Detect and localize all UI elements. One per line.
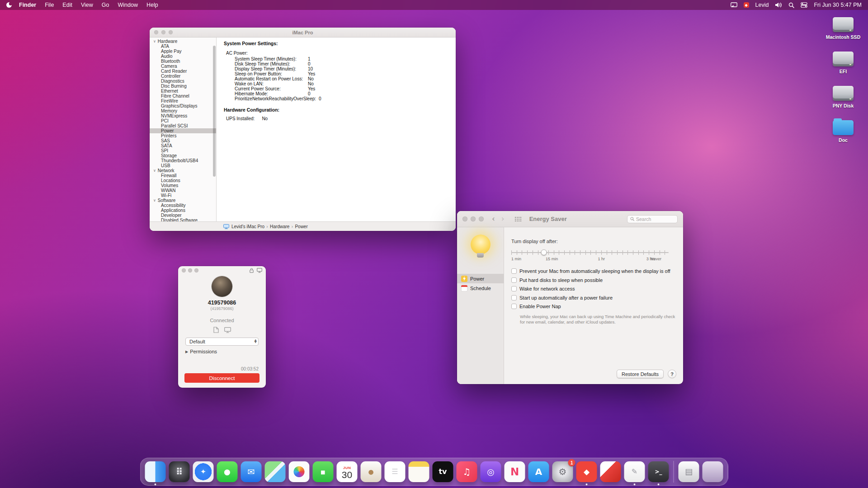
search-input[interactable] (636, 216, 672, 222)
screen-mirroring-icon[interactable] (731, 2, 737, 8)
sysinfo-item-card-reader[interactable]: Card Reader (150, 69, 216, 74)
menu-clock[interactable]: Fri Jun 30 5:47 PM (814, 2, 862, 8)
back-button[interactable]: ‹ (492, 215, 495, 223)
monitor-icon[interactable] (257, 268, 262, 273)
anydesk-status-icon[interactable]: ◆ (744, 2, 749, 8)
breadcrumb-device[interactable]: Levid's iMac Pro (231, 224, 264, 229)
sysinfo-item-apple-pay[interactable]: Apple Pay (150, 49, 216, 54)
dock-news[interactable]: N (505, 461, 525, 482)
dock-tv[interactable]: tv (433, 461, 453, 482)
sysinfo-section-network[interactable]: ∨Network (150, 168, 216, 173)
sysinfo-item-storage[interactable]: Storage (150, 153, 216, 158)
dock-anydesk[interactable]: ◆ (576, 461, 597, 482)
menu-item-file[interactable]: File (45, 2, 54, 8)
sysinfo-item-camera[interactable]: Camera (150, 64, 216, 69)
desktop-icon-doc[interactable]: Doc (823, 120, 863, 143)
checkbox[interactable] (511, 268, 517, 274)
sysinfo-section-software[interactable]: ∨Software (150, 198, 216, 203)
sysinfo-item-memory[interactable]: Memory (150, 108, 216, 113)
desktop-icon-efi[interactable]: EFI (823, 52, 863, 74)
dock-notes[interactable] (409, 461, 429, 482)
menu-user-name[interactable]: Levid (755, 2, 769, 8)
sysinfo-item-disc-burning[interactable]: Disc Burning (150, 84, 216, 89)
menu-item-finder[interactable]: Finder (19, 2, 36, 8)
dock-app-store[interactable]: A (528, 461, 549, 482)
close-button[interactable] (462, 216, 467, 221)
sysinfo-item-graphics-displays[interactable]: Graphics/Displays (150, 103, 216, 108)
dock-reminders[interactable]: ☰ (385, 461, 406, 482)
sysinfo-item-sas[interactable]: SAS (150, 138, 216, 143)
menu-item-go[interactable]: Go (102, 2, 109, 8)
dock-red-app[interactable] (600, 461, 621, 482)
breadcrumb-segment[interactable]: Hardware (270, 224, 289, 229)
show-all-grid-icon[interactable] (514, 216, 521, 221)
sysinfo-item-accessibility[interactable]: Accessibility (150, 203, 216, 208)
volume-icon[interactable] (775, 2, 782, 8)
energy-saver-titlebar[interactable]: ‹ › Energy Saver (457, 211, 683, 227)
energy-nav-schedule[interactable]: Schedule (457, 283, 504, 293)
dock-system-preferences[interactable]: ⚙1 (552, 461, 573, 482)
dock-messages[interactable]: ● (217, 461, 238, 482)
remote-monitor-icon[interactable] (224, 327, 231, 333)
sysinfo-item-power[interactable]: Power (150, 128, 216, 133)
sysinfo-item-bluetooth[interactable]: Bluetooth (150, 59, 216, 64)
breadcrumb-segment[interactable]: Power (295, 224, 307, 229)
file-transfer-icon[interactable] (213, 327, 219, 333)
dock-mail[interactable]: ✉ (241, 461, 262, 482)
sysinfo-item-thunderbolt-usb4[interactable]: Thunderbolt/USB4 (150, 158, 216, 163)
sysinfo-section-hardware[interactable]: ∨Hardware (150, 39, 216, 44)
dock-facetime[interactable]: ◼ (313, 461, 334, 482)
sysinfo-item-diagnostics[interactable]: Diagnostics (150, 79, 216, 84)
permissions-disclosure[interactable]: ▶ Permissions (185, 349, 217, 354)
slider-track[interactable] (511, 252, 669, 253)
dock-podcasts[interactable]: ◎ (481, 461, 501, 482)
privacy-lock-icon[interactable] (250, 268, 254, 273)
sysinfo-item-wwan[interactable]: WWAN (150, 188, 216, 193)
dock-launchpad[interactable]: ⠿ (169, 461, 190, 482)
checkbox[interactable] (511, 304, 517, 309)
sysinfo-item-ata[interactable]: ATA (150, 44, 216, 49)
sysinfo-item-firewire[interactable]: FireWire (150, 99, 216, 103)
restore-defaults-button[interactable]: Restore Defaults (617, 370, 664, 378)
dock-textedit[interactable]: ✎ (624, 461, 645, 482)
sysinfo-item-usb[interactable]: USB (150, 163, 216, 168)
sysinfo-item-controller[interactable]: Controller (150, 74, 216, 79)
anydesk-titlebar[interactable] (178, 266, 266, 275)
control-center-icon[interactable] (801, 2, 807, 8)
dock-contacts[interactable]: ● (361, 461, 382, 482)
sysinfo-item-parallel-scsi[interactable]: Parallel SCSI (150, 123, 216, 128)
menu-item-window[interactable]: Window (118, 2, 137, 8)
dropdown-stepper-icon[interactable]: ▲▼ (255, 338, 257, 345)
sysinfo-item-spi[interactable]: SPI (150, 148, 216, 153)
checkbox[interactable] (511, 286, 517, 291)
menu-item-edit[interactable]: Edit (62, 2, 72, 8)
sysinfo-item-developer[interactable]: Developer (150, 213, 216, 218)
breadcrumb[interactable]: Levid's iMac Pro›Hardware›Power (231, 224, 308, 229)
dock-safari[interactable]: ✦ (193, 461, 214, 482)
scrollbar[interactable] (213, 46, 216, 177)
forward-button[interactable]: › (501, 215, 505, 223)
sysinfo-item-nvmexpress[interactable]: NVMExpress (150, 113, 216, 118)
menu-item-help[interactable]: Help (146, 2, 158, 8)
apple-menu-icon[interactable] (6, 2, 12, 8)
zoom-button[interactable] (194, 268, 198, 272)
dock-maps[interactable] (265, 461, 286, 482)
sysinfo-item-volumes[interactable]: Volumes (150, 183, 216, 188)
system-information-titlebar[interactable]: iMac Pro (150, 28, 456, 38)
sysinfo-item-ethernet[interactable]: Ethernet (150, 89, 216, 94)
minimize-button[interactable] (188, 268, 192, 272)
profile-dropdown[interactable]: Default ▲▼ (185, 338, 259, 346)
sysinfo-item-pci[interactable]: PCI (150, 118, 216, 123)
zoom-button[interactable] (479, 216, 484, 221)
dock-terminal[interactable]: >_ (648, 461, 669, 482)
energy-nav-power[interactable]: Power (457, 274, 504, 283)
dock-photos[interactable] (289, 461, 310, 482)
sysinfo-item-wi-fi[interactable]: Wi-Fi (150, 193, 216, 198)
sysinfo-item-sata[interactable]: SATA (150, 143, 216, 148)
display-off-slider[interactable] (511, 249, 676, 256)
sysinfo-item-fibre-channel[interactable]: Fibre Channel (150, 94, 216, 99)
close-button[interactable] (182, 268, 186, 272)
sysinfo-item-disabled-software[interactable]: Disabled Software (150, 218, 216, 221)
sysinfo-item-applications[interactable]: Applications (150, 208, 216, 213)
sysinfo-item-printers[interactable]: Printers (150, 133, 216, 138)
